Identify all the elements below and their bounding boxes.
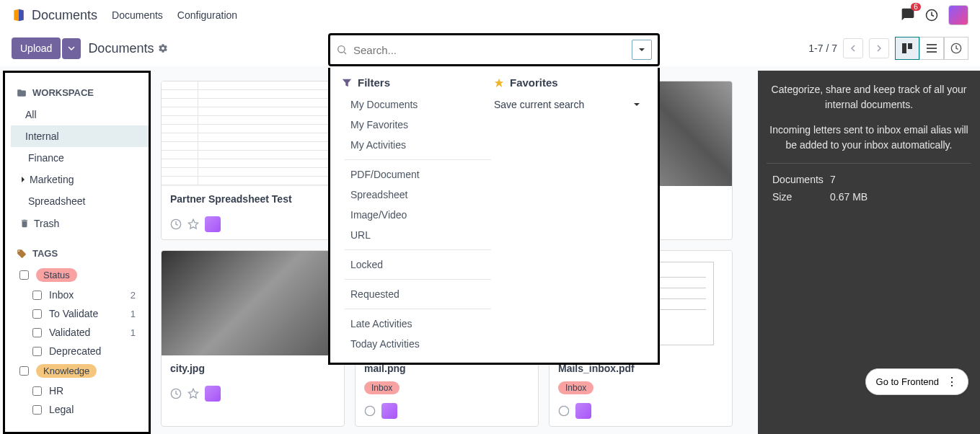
breadcrumb: Documents [88, 41, 168, 56]
user-avatar[interactable] [948, 5, 968, 25]
breadcrumb-text: Documents [88, 41, 154, 56]
save-current-search[interactable]: Save current search [494, 94, 646, 115]
tag-pill-inbox: Inbox [558, 381, 593, 394]
svg-marker-10 [188, 219, 198, 229]
tag-knowledge-checkbox[interactable] [19, 366, 29, 376]
card-city[interactable]: city.jpg [161, 250, 345, 427]
svg-marker-13 [188, 389, 198, 398]
search-options-button[interactable] [632, 40, 652, 60]
star-icon [494, 78, 504, 88]
card-partner-spreadsheet[interactable]: Partner Spreadsheet Test [161, 81, 345, 240]
upload-dropdown-button[interactable] [62, 38, 81, 59]
filter-my-favorites[interactable]: My Favorites [342, 115, 494, 135]
sidebar-trash[interactable]: Trash [11, 212, 149, 235]
tag-icon [17, 249, 27, 259]
sidebar-item-marketing[interactable]: Marketing [11, 169, 149, 190]
caret-right-icon [19, 176, 27, 183]
caret-down-icon [633, 101, 640, 108]
search-container [328, 33, 660, 66]
chevron-left-icon [849, 45, 857, 52]
tag-to-validate[interactable]: To Validate 1 [11, 304, 149, 323]
tag-hr-checkbox[interactable] [32, 386, 42, 396]
search-input[interactable] [353, 44, 632, 56]
filter-url[interactable]: URL [342, 225, 494, 245]
tag-status[interactable]: Status [11, 265, 149, 285]
go-to-frontend-button[interactable]: Go to Frontend ⋮ [865, 368, 968, 395]
tag-status-checkbox[interactable] [19, 270, 29, 280]
favorites-header: Favorites [494, 76, 646, 89]
filter-my-activities[interactable]: My Activities [342, 135, 494, 155]
messages-icon[interactable]: 6 [901, 7, 915, 24]
tags-header: TAGS [11, 242, 149, 265]
nav-documents[interactable]: Documents [112, 9, 163, 21]
filters-header: Filters [342, 76, 494, 89]
app-icon [205, 386, 221, 402]
gear-icon[interactable] [158, 43, 168, 53]
activity-icon[interactable] [925, 9, 938, 22]
sidebar-left: WORKSPACE All Internal Finance Marketing… [3, 71, 151, 434]
svg-rect-1 [902, 43, 906, 53]
notif-count: 6 [911, 3, 921, 11]
svg-point-15 [559, 406, 568, 415]
folder-icon [17, 88, 27, 98]
view-kanban-button[interactable] [895, 37, 919, 60]
chevron-right-icon [875, 45, 883, 52]
clock-icon[interactable] [170, 388, 182, 399]
list-icon [926, 43, 937, 54]
filter-late-activities[interactable]: Late Activities [342, 314, 494, 334]
tag-legal[interactable]: Legal [11, 400, 149, 419]
filter-today-activities[interactable]: Today Activities [342, 334, 494, 354]
clock-icon[interactable] [170, 218, 182, 230]
pager-next-button[interactable] [869, 38, 889, 58]
filter-requested[interactable]: Requested [342, 284, 494, 304]
clock-icon[interactable] [558, 405, 570, 417]
search-icon [336, 44, 348, 56]
sidebar-item-internal[interactable]: Internal [11, 125, 149, 147]
filter-pdf-document[interactable]: PDF/Document [342, 164, 494, 185]
clock-icon[interactable] [364, 405, 376, 417]
svg-point-7 [338, 46, 345, 53]
sidebar-item-spreadsheet[interactable]: Spreadsheet [11, 190, 149, 212]
filter-my-documents[interactable]: My Documents [342, 94, 494, 115]
clock-icon [950, 43, 962, 54]
pager-text: 1-7 / 7 [808, 43, 837, 54]
tag-inbox[interactable]: Inbox 2 [11, 285, 149, 304]
tag-validated-checkbox[interactable] [32, 328, 42, 337]
app-icon [381, 403, 397, 419]
svg-point-14 [365, 406, 374, 415]
upload-button[interactable]: Upload [12, 37, 61, 59]
pager-prev-button[interactable] [843, 38, 863, 58]
filter-spreadsheet[interactable]: Spreadsheet [342, 185, 494, 205]
sidebar-item-all[interactable]: All [11, 104, 149, 125]
trash-icon [19, 218, 30, 229]
card-thumbnail [162, 251, 344, 355]
view-list-button[interactable] [919, 37, 944, 60]
svg-rect-4 [927, 48, 937, 49]
workspace-header: WORKSPACE [11, 81, 149, 104]
stat-documents-value: 7 [830, 174, 836, 185]
svg-line-8 [344, 52, 346, 54]
more-icon: ⋮ [946, 375, 958, 389]
tag-legal-checkbox[interactable] [32, 405, 42, 415]
tag-knowledge[interactable]: Knowledge [11, 360, 149, 381]
svg-rect-5 [927, 51, 937, 53]
filter-image-video[interactable]: Image/Video [342, 205, 494, 225]
star-outline-icon[interactable] [187, 388, 199, 399]
app-icon [205, 216, 221, 232]
tag-hr[interactable]: HR [11, 381, 149, 400]
svg-rect-3 [927, 44, 937, 45]
filter-icon [342, 78, 352, 88]
app-icon [575, 403, 591, 419]
tag-inbox-checkbox[interactable] [32, 291, 42, 300]
card-title: Partner Spreadsheet Test [162, 186, 344, 212]
view-activity-button[interactable] [944, 37, 968, 60]
nav-configuration[interactable]: Configuration [177, 9, 237, 21]
star-outline-icon[interactable] [187, 218, 199, 230]
tag-deprecated[interactable]: Deprecated [11, 342, 149, 360]
filter-locked[interactable]: Locked [342, 254, 494, 275]
sidebar-item-finance[interactable]: Finance [11, 147, 149, 169]
tag-to-validate-checkbox[interactable] [32, 309, 42, 319]
tag-validated[interactable]: Validated 1 [11, 323, 149, 342]
tag-deprecated-checkbox[interactable] [32, 347, 42, 356]
kanban-icon [901, 43, 913, 54]
